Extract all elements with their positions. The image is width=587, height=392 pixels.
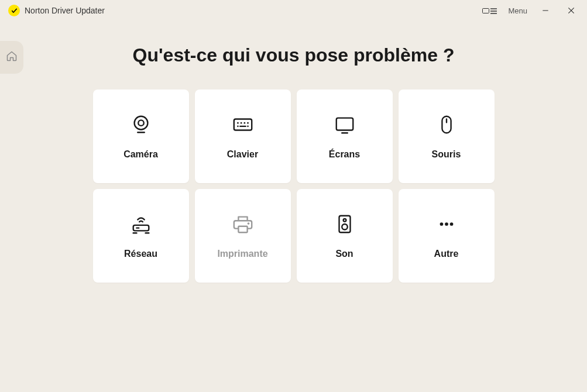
router-icon bbox=[128, 212, 154, 236]
svg-point-16 bbox=[247, 126, 249, 128]
svg-point-8 bbox=[138, 120, 144, 126]
svg-point-32 bbox=[445, 222, 448, 226]
svg-rect-0 bbox=[483, 9, 489, 13]
category-label: Caméra bbox=[123, 149, 158, 160]
more-icon bbox=[434, 212, 459, 236]
app-title: Norton Driver Updater bbox=[25, 6, 105, 15]
page-title: Qu'est-ce qui vous pose problème ? bbox=[0, 44, 587, 66]
svg-point-29 bbox=[343, 219, 346, 222]
svg-point-12 bbox=[240, 122, 242, 124]
category-label: Écrans bbox=[329, 149, 360, 160]
category-card-camera[interactable]: Caméra bbox=[93, 90, 189, 183]
svg-point-27 bbox=[248, 223, 249, 225]
minimize-button[interactable] bbox=[538, 3, 553, 18]
language-indicator-icon[interactable] bbox=[482, 6, 497, 15]
svg-rect-26 bbox=[238, 226, 247, 232]
monitor-icon bbox=[332, 113, 358, 136]
svg-point-7 bbox=[134, 116, 147, 130]
titlebar-left: Norton Driver Updater bbox=[8, 5, 105, 16]
category-card-mouse[interactable]: Souris bbox=[399, 90, 495, 183]
camera-icon bbox=[128, 113, 154, 136]
speaker-icon bbox=[332, 212, 358, 236]
menu-button[interactable]: Menu bbox=[508, 6, 527, 15]
category-label: Réseau bbox=[124, 249, 157, 259]
category-card-other[interactable]: Autre bbox=[399, 189, 495, 283]
svg-rect-22 bbox=[133, 225, 149, 231]
category-card-screens[interactable]: Écrans bbox=[297, 90, 393, 183]
svg-point-13 bbox=[243, 122, 245, 124]
printer-icon bbox=[230, 212, 256, 236]
category-label: Autre bbox=[434, 249, 459, 259]
main-content: Qu'est-ce qui vous pose problème ? Camér… bbox=[0, 21, 587, 283]
category-label: Son bbox=[335, 249, 353, 259]
sidebar-home-button[interactable] bbox=[0, 41, 23, 74]
svg-rect-10 bbox=[234, 119, 251, 130]
titlebar: Norton Driver Updater Menu bbox=[0, 0, 587, 21]
svg-point-15 bbox=[237, 126, 239, 128]
close-button[interactable] bbox=[564, 3, 579, 18]
mouse-icon bbox=[434, 113, 459, 136]
category-grid: Caméra Clavier bbox=[0, 90, 587, 283]
category-label: Imprimante bbox=[217, 249, 267, 259]
home-icon bbox=[6, 50, 18, 64]
category-card-sound[interactable]: Son bbox=[297, 189, 393, 283]
category-label: Souris bbox=[432, 149, 461, 160]
category-card-keyboard[interactable]: Clavier bbox=[195, 90, 291, 183]
svg-point-14 bbox=[247, 122, 249, 124]
titlebar-right: Menu bbox=[482, 3, 579, 18]
category-card-printer[interactable]: Imprimante bbox=[195, 189, 291, 283]
svg-point-31 bbox=[440, 222, 443, 226]
category-label: Clavier bbox=[227, 149, 258, 160]
svg-rect-18 bbox=[336, 118, 353, 130]
norton-logo-icon bbox=[8, 5, 20, 16]
keyboard-icon bbox=[230, 113, 256, 136]
svg-point-30 bbox=[342, 224, 348, 230]
svg-point-11 bbox=[237, 122, 239, 124]
svg-point-33 bbox=[449, 222, 453, 226]
category-card-network[interactable]: Réseau bbox=[93, 189, 189, 283]
